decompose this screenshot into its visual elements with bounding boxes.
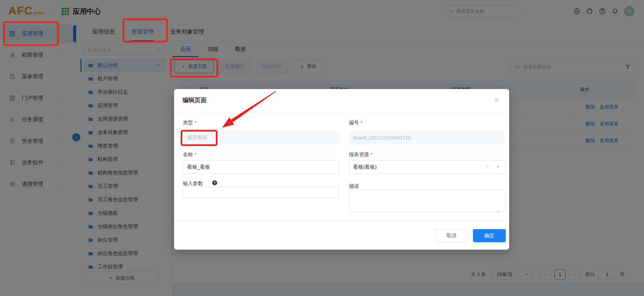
required-mark: * (371, 152, 373, 157)
input-params-label: 输入参数 (183, 180, 203, 187)
report-resource-label: 报表资源* (349, 152, 373, 158)
name-field-label: 名称* (183, 152, 197, 158)
chevron-down-icon (496, 166, 499, 168)
dialog-footer-divider (174, 221, 509, 221)
cancel-button[interactable]: 取消 (435, 229, 468, 242)
required-mark: * (195, 152, 197, 157)
required-mark: * (195, 120, 197, 125)
type-field (183, 131, 339, 144)
required-mark: * (361, 120, 363, 125)
dialog-header-divider (174, 114, 509, 114)
name-field[interactable] (183, 160, 339, 174)
confirm-button[interactable]: 确定 (473, 229, 506, 242)
application-window: AFCenter 应用中心 租 应用管理 (0, 0, 644, 296)
close-icon[interactable] (493, 97, 500, 103)
dialog-title: 编辑页面 (182, 96, 207, 104)
edit-page-dialog: 编辑页面 类型* 编号* 名称* 报表资源* 看板(看板) 输入参数 描述 (174, 89, 509, 250)
report-resource-select[interactable]: 看板(看板) (349, 160, 505, 174)
type-field-label: 类型* (183, 120, 197, 126)
input-params-field[interactable] (183, 187, 339, 198)
description-field[interactable] (349, 190, 505, 212)
description-label: 描述 (349, 183, 359, 189)
clear-icon[interactable] (485, 165, 490, 169)
help-circle-icon[interactable] (212, 180, 218, 186)
code-field-label: 编号* (349, 120, 363, 126)
code-field (349, 131, 505, 144)
